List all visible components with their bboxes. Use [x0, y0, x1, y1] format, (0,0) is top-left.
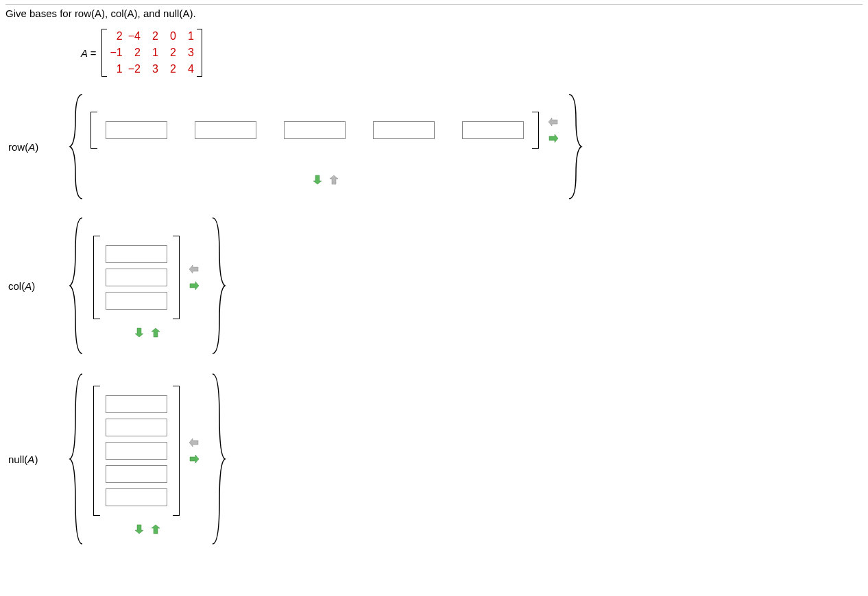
left-brace-icon — [67, 214, 88, 358]
null-a-remove-row-button[interactable] — [149, 523, 162, 536]
right-brace-icon — [207, 370, 228, 548]
matrix-values: 2−4201 −12123 1−2324 — [107, 29, 197, 77]
row-a-remove-row-button[interactable] — [327, 173, 341, 187]
arrow-left-icon — [548, 117, 560, 127]
matrix-definition: A = 2−4201 −12123 1−2324 — [81, 29, 863, 77]
question-prompt: Give bases for row(A), col(A), and null(… — [5, 4, 863, 19]
arrow-down-icon — [313, 174, 322, 186]
row-a-input-3[interactable] — [284, 121, 346, 139]
row-a-input-1[interactable] — [106, 121, 167, 139]
null-a-input-2[interactable] — [106, 419, 167, 436]
arrow-up-icon — [151, 523, 160, 536]
null-a-input-1[interactable] — [106, 395, 167, 413]
null-a-label: null(A) — [5, 454, 67, 465]
col-a-remove-row-button[interactable] — [149, 326, 162, 340]
row-a-input-5[interactable] — [462, 121, 524, 139]
null-a-input-5[interactable] — [106, 488, 167, 506]
row-a-add-row-button[interactable] — [311, 173, 324, 187]
arrow-down-icon — [134, 523, 144, 536]
arrow-left-icon — [189, 264, 201, 274]
col-a-remove-column-button[interactable] — [188, 262, 202, 276]
arrow-right-icon — [189, 454, 201, 464]
col-a-add-column-button[interactable] — [188, 279, 202, 293]
col-a-input-2[interactable] — [106, 269, 167, 286]
null-a-section: null(A) — [5, 370, 863, 548]
col-a-label: col(A) — [5, 280, 67, 292]
col-a-add-row-button[interactable] — [132, 326, 146, 340]
right-brace-icon — [564, 92, 584, 201]
row-a-add-column-button[interactable] — [547, 132, 561, 145]
null-a-add-column-button[interactable] — [188, 452, 202, 466]
arrow-up-icon — [151, 327, 160, 339]
left-brace-icon — [67, 92, 88, 201]
null-a-add-row-button[interactable] — [132, 523, 146, 536]
arrow-left-icon — [189, 438, 201, 447]
row-a-label: row(A) — [5, 141, 67, 153]
arrow-down-icon — [134, 327, 144, 339]
null-a-input-3[interactable] — [106, 442, 167, 460]
row-a-input-4[interactable] — [373, 121, 435, 139]
col-a-input-1[interactable] — [106, 245, 167, 263]
row-a-input-2[interactable] — [195, 121, 256, 139]
null-a-input-4[interactable] — [106, 465, 167, 483]
arrow-up-icon — [329, 174, 339, 186]
matrix-lhs: A = — [81, 47, 96, 59]
arrow-right-icon — [189, 281, 201, 290]
row-a-remove-column-button[interactable] — [547, 115, 561, 129]
col-a-input-3[interactable] — [106, 292, 167, 310]
row-a-section: row(A) — [5, 92, 863, 201]
left-brace-icon — [67, 370, 88, 548]
null-a-remove-column-button[interactable] — [188, 436, 202, 449]
right-brace-icon — [207, 214, 228, 358]
col-a-section: col(A) — [5, 214, 863, 358]
arrow-right-icon — [548, 134, 560, 143]
